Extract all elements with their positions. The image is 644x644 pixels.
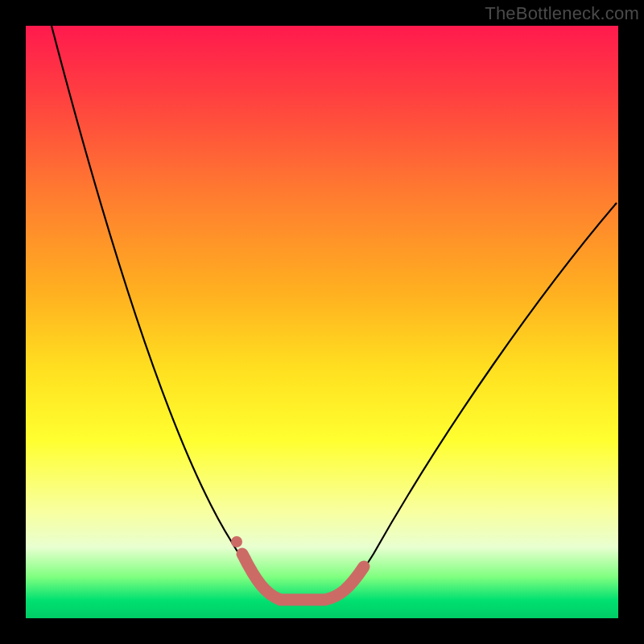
curve-dot (240, 554, 251, 565)
bottleneck-curve-layer (26, 26, 618, 618)
curve-dot (231, 536, 242, 547)
bottleneck-curve (52, 26, 617, 601)
bottleneck-optimal-marker (242, 554, 364, 600)
watermark-text: TheBottleneck.com (485, 3, 639, 24)
